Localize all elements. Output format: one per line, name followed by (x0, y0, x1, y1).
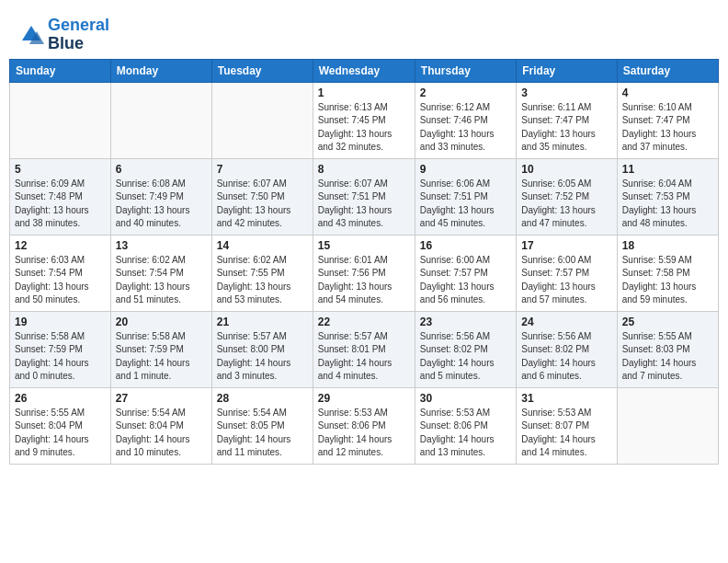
calendar-cell (10, 82, 111, 158)
day-info: Sunrise: 5:54 AM Sunset: 8:04 PM Dayligh… (116, 407, 207, 460)
calendar-cell: 17Sunrise: 6:00 AM Sunset: 7:57 PM Dayli… (517, 235, 617, 311)
day-header-monday: Monday (110, 59, 211, 82)
calendar-cell: 18Sunrise: 5:59 AM Sunset: 7:58 PM Dayli… (617, 235, 718, 311)
calendar-cell: 12Sunrise: 6:03 AM Sunset: 7:54 PM Dayli… (10, 235, 111, 311)
day-number: 6 (116, 163, 207, 176)
day-header-wednesday: Wednesday (313, 59, 415, 82)
day-number: 20 (116, 316, 207, 328)
calendar-cell: 2Sunrise: 6:12 AM Sunset: 7:46 PM Daylig… (415, 82, 516, 158)
calendar-cell: 24Sunrise: 5:56 AM Sunset: 8:02 PM Dayli… (517, 311, 617, 387)
day-info: Sunrise: 6:03 AM Sunset: 7:54 PM Dayligh… (15, 254, 106, 307)
day-number: 24 (521, 316, 611, 328)
day-header-friday: Friday (517, 59, 617, 82)
day-number: 4 (622, 86, 713, 99)
day-number: 9 (420, 163, 511, 176)
calendar-cell: 20Sunrise: 5:58 AM Sunset: 7:59 PM Dayli… (110, 311, 211, 387)
calendar-cell: 13Sunrise: 6:02 AM Sunset: 7:54 PM Dayli… (110, 235, 211, 311)
calendar-cell: 14Sunrise: 6:02 AM Sunset: 7:55 PM Dayli… (211, 235, 313, 311)
calendar-cell: 31Sunrise: 5:53 AM Sunset: 8:07 PM Dayli… (517, 387, 617, 464)
calendar-cell: 26Sunrise: 5:55 AM Sunset: 8:04 PM Dayli… (10, 387, 111, 464)
day-info: Sunrise: 6:02 AM Sunset: 7:54 PM Dayligh… (116, 254, 207, 307)
calendar-week-3: 12Sunrise: 6:03 AM Sunset: 7:54 PM Dayli… (10, 235, 719, 311)
day-number: 27 (116, 392, 207, 405)
day-info: Sunrise: 5:55 AM Sunset: 8:04 PM Dayligh… (15, 407, 106, 460)
day-info: Sunrise: 5:54 AM Sunset: 8:05 PM Dayligh… (217, 407, 308, 460)
day-info: Sunrise: 6:00 AM Sunset: 7:57 PM Dayligh… (521, 254, 611, 307)
calendar-cell: 8Sunrise: 6:07 AM Sunset: 7:51 PM Daylig… (313, 158, 415, 235)
day-number: 17 (521, 239, 611, 252)
day-info: Sunrise: 6:00 AM Sunset: 7:57 PM Dayligh… (420, 254, 511, 307)
calendar-cell: 10Sunrise: 6:05 AM Sunset: 7:52 PM Dayli… (517, 158, 617, 235)
day-number: 8 (318, 163, 410, 176)
day-info: Sunrise: 6:06 AM Sunset: 7:51 PM Dayligh… (420, 178, 511, 231)
calendar-cell: 29Sunrise: 5:53 AM Sunset: 8:06 PM Dayli… (313, 387, 415, 464)
day-number: 5 (15, 163, 106, 176)
day-number: 7 (217, 163, 308, 176)
day-info: Sunrise: 6:07 AM Sunset: 7:50 PM Dayligh… (217, 178, 308, 231)
day-info: Sunrise: 6:13 AM Sunset: 7:45 PM Dayligh… (318, 101, 410, 155)
day-number: 14 (217, 239, 308, 252)
day-info: Sunrise: 5:55 AM Sunset: 8:03 PM Dayligh… (622, 330, 713, 384)
day-number: 16 (420, 239, 511, 252)
calendar-cell (617, 387, 718, 464)
day-number: 29 (318, 392, 410, 405)
calendar-cell (211, 82, 313, 158)
day-info: Sunrise: 5:58 AM Sunset: 7:59 PM Dayligh… (116, 330, 207, 384)
calendar-cell: 9Sunrise: 6:06 AM Sunset: 7:51 PM Daylig… (415, 158, 516, 235)
day-number: 28 (217, 392, 308, 405)
day-number: 23 (420, 316, 511, 328)
day-info: Sunrise: 6:04 AM Sunset: 7:53 PM Dayligh… (622, 178, 713, 231)
calendar-cell: 22Sunrise: 5:57 AM Sunset: 8:01 PM Dayli… (313, 311, 415, 387)
day-number: 3 (521, 86, 611, 99)
day-info: Sunrise: 6:12 AM Sunset: 7:46 PM Dayligh… (420, 101, 511, 155)
day-number: 12 (15, 239, 106, 252)
day-info: Sunrise: 6:11 AM Sunset: 7:47 PM Dayligh… (521, 101, 611, 155)
day-info: Sunrise: 6:02 AM Sunset: 7:55 PM Dayligh… (217, 254, 308, 307)
page-header: General Blue (9, 9, 719, 59)
logo: General Blue (18, 17, 109, 53)
calendar-week-1: 1Sunrise: 6:13 AM Sunset: 7:45 PM Daylig… (10, 82, 719, 158)
day-number: 30 (420, 392, 511, 405)
calendar-cell: 6Sunrise: 6:08 AM Sunset: 7:49 PM Daylig… (110, 158, 211, 235)
day-number: 10 (521, 163, 611, 176)
day-number: 19 (15, 316, 106, 328)
day-number: 2 (420, 86, 511, 99)
day-info: Sunrise: 5:59 AM Sunset: 7:58 PM Dayligh… (622, 254, 713, 307)
calendar-cell: 16Sunrise: 6:00 AM Sunset: 7:57 PM Dayli… (415, 235, 516, 311)
day-info: Sunrise: 6:07 AM Sunset: 7:51 PM Dayligh… (318, 178, 410, 231)
calendar-cell: 25Sunrise: 5:55 AM Sunset: 8:03 PM Dayli… (617, 311, 718, 387)
calendar-week-2: 5Sunrise: 6:09 AM Sunset: 7:48 PM Daylig… (10, 158, 719, 235)
day-info: Sunrise: 6:08 AM Sunset: 7:49 PM Dayligh… (116, 178, 207, 231)
calendar-cell (110, 82, 211, 158)
day-info: Sunrise: 6:01 AM Sunset: 7:56 PM Dayligh… (318, 254, 410, 307)
day-number: 31 (521, 392, 611, 405)
calendar-cell: 27Sunrise: 5:54 AM Sunset: 8:04 PM Dayli… (110, 387, 211, 464)
calendar-cell: 1Sunrise: 6:13 AM Sunset: 7:45 PM Daylig… (313, 82, 415, 158)
calendar-cell: 15Sunrise: 6:01 AM Sunset: 7:56 PM Dayli… (313, 235, 415, 311)
calendar-table: SundayMondayTuesdayWednesdayThursdayFrid… (9, 59, 719, 465)
day-info: Sunrise: 5:57 AM Sunset: 8:00 PM Dayligh… (217, 330, 308, 384)
day-info: Sunrise: 5:58 AM Sunset: 7:59 PM Dayligh… (15, 330, 106, 384)
day-number: 18 (622, 239, 713, 252)
calendar-cell: 28Sunrise: 5:54 AM Sunset: 8:05 PM Dayli… (211, 387, 313, 464)
calendar-cell: 11Sunrise: 6:04 AM Sunset: 7:53 PM Dayli… (617, 158, 718, 235)
day-number: 15 (318, 239, 410, 252)
day-number: 25 (622, 316, 713, 328)
day-header-saturday: Saturday (617, 59, 718, 82)
day-number: 13 (116, 239, 207, 252)
day-header-tuesday: Tuesday (211, 59, 313, 82)
calendar-week-5: 26Sunrise: 5:55 AM Sunset: 8:04 PM Dayli… (10, 387, 719, 464)
calendar-cell: 23Sunrise: 5:56 AM Sunset: 8:02 PM Dayli… (415, 311, 516, 387)
day-info: Sunrise: 6:09 AM Sunset: 7:48 PM Dayligh… (15, 178, 106, 231)
day-number: 21 (217, 316, 308, 328)
day-info: Sunrise: 5:57 AM Sunset: 8:01 PM Dayligh… (318, 330, 410, 384)
day-header-sunday: Sunday (10, 59, 111, 82)
day-number: 1 (318, 86, 410, 99)
calendar-cell: 3Sunrise: 6:11 AM Sunset: 7:47 PM Daylig… (517, 82, 617, 158)
calendar-cell: 7Sunrise: 6:07 AM Sunset: 7:50 PM Daylig… (211, 158, 313, 235)
day-number: 22 (318, 316, 410, 328)
day-info: Sunrise: 5:53 AM Sunset: 8:06 PM Dayligh… (420, 407, 511, 460)
day-header-thursday: Thursday (415, 59, 516, 82)
logo-icon (18, 22, 44, 48)
day-info: Sunrise: 5:53 AM Sunset: 8:07 PM Dayligh… (521, 407, 611, 460)
